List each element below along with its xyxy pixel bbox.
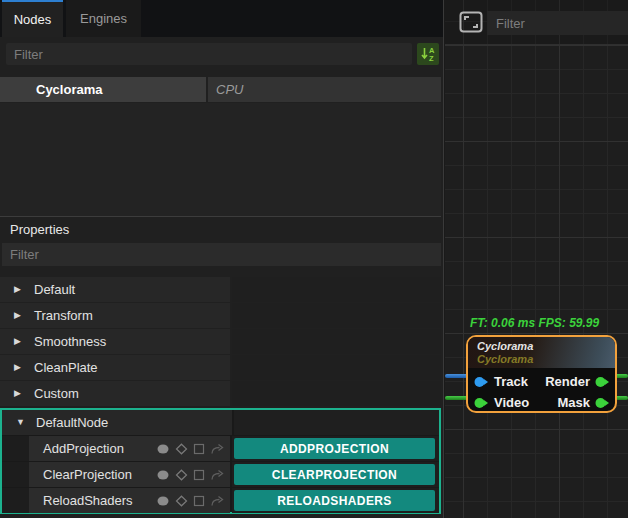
output-port-render[interactable]: Render [545,374,610,389]
collapsed-triangle-icon[interactable]: ▶ [14,363,26,372]
nodes-filter-input[interactable] [6,43,412,65]
input-port-track[interactable]: Track [474,374,528,389]
group-row-default[interactable]: ▶ Default [0,277,441,302]
clearprojection-button[interactable]: CLEARPROJECTION [234,464,435,485]
diamond-toggle-icon[interactable] [175,443,188,455]
property-state-icons [156,495,224,507]
diamond-toggle-icon[interactable] [175,469,188,481]
group-row-smoothness[interactable]: ▶ Smoothness [0,329,441,354]
port-label: Mask [557,395,590,410]
expanded-triangle-icon[interactable]: ▼ [16,418,28,427]
property-value-cell: ADDPROJECTION [232,436,439,461]
redirect-arrow-icon[interactable] [210,443,224,455]
group-row-left: ▶ CleanPlate [0,355,230,380]
node-engine-cell: CPU [216,82,243,97]
port-row: Track Render [474,371,610,392]
property-row-clearprojection: ClearProjection CLEARPROJECTION [2,462,439,487]
tab-engines-label: Engines [80,11,127,26]
defaultnode-highlighted-group: ▼ DefaultNode AddProjection ADDPROJE [0,408,441,514]
node-title: Cyclorama [477,340,615,353]
port-label: Track [494,374,528,389]
port-pin-icon [474,376,489,388]
group-label: Default [34,282,75,297]
node-list-row-engine[interactable]: CPU [208,77,441,102]
group-row-left: ▼ DefaultNode [2,410,232,435]
group-label: Smoothness [34,334,106,349]
indent-strip [2,436,29,461]
square-toggle-icon[interactable] [193,495,205,507]
property-value-cell: CLEARPROJECTION [232,462,439,487]
input-port-video[interactable]: Video [474,395,529,410]
square-toggle-icon[interactable] [193,443,205,455]
group-row-left: ▶ Transform [0,303,230,328]
performance-stats: FT: 0.06 ms FPS: 59.99 [470,316,599,330]
tab-nodes[interactable]: Nodes [2,0,63,37]
collapsed-triangle-icon[interactable]: ▶ [14,311,26,320]
node-ports: Track Render Video Mask [468,368,615,413]
property-label-cell: ReloadShaders [29,488,230,513]
fit-view-button[interactable] [459,11,483,33]
graph-filter-input[interactable] [487,11,628,35]
collapsed-triangle-icon[interactable]: ▶ [14,285,26,294]
group-row-cleanplate[interactable]: ▶ CleanPlate [0,355,441,380]
group-row-defaultnode[interactable]: ▼ DefaultNode [2,410,439,435]
group-label: Custom [34,386,79,401]
node-list-empty-area [0,103,441,217]
app-window: Nodes Engines A Z Cyclorama CPU Properti… [0,0,628,518]
group-row-left: ▶ Smoothness [0,329,230,354]
diamond-toggle-icon[interactable] [175,495,188,507]
reloadshaders-button[interactable]: RELOADSHADERS [234,490,435,511]
tab-bar: Nodes Engines [0,0,443,37]
redirect-arrow-icon[interactable] [210,469,224,481]
redirect-arrow-icon[interactable] [210,495,224,507]
port-label: Render [545,374,590,389]
group-row-transform[interactable]: ▶ Transform [0,303,441,328]
wire-video-input[interactable] [445,396,468,400]
cyclorama-node[interactable]: Cyclorama Cyclorama Track Render [466,335,617,413]
properties-filter-input[interactable] [2,243,441,266]
group-row-custom[interactable]: ▶ Custom [0,381,441,406]
group-label: CleanPlate [34,360,98,375]
node-graph-canvas[interactable]: FT: 0.06 ms FPS: 59.99 Cyclorama Cyclora… [445,0,628,518]
collapsed-triangle-icon[interactable]: ▶ [14,337,26,346]
port-pin-icon [474,397,489,409]
property-row-addprojection: AddProjection ADDPROJECTION [2,436,439,461]
group-row-value-area [234,410,439,435]
wire-track-input[interactable] [445,374,468,378]
property-row-reloadshaders: ReloadShaders RELOADSHADERS [2,488,439,513]
svg-text:Z: Z [429,54,434,62]
group-row-value-area [232,277,441,302]
square-toggle-icon[interactable] [193,469,205,481]
node-list-row-name[interactable]: Cyclorama [0,77,206,102]
group-row-value-area [232,381,441,406]
group-row-value-area [232,355,441,380]
sort-az-descending-icon: A Z [420,46,436,62]
group-row-value-area [232,329,441,354]
property-state-icons [156,469,224,481]
properties-tree: ▶ Default ▶ Transform ▶ Smoothness ▶ [0,277,441,407]
indent-strip [2,462,29,487]
property-label: AddProjection [43,441,156,456]
output-port-mask[interactable]: Mask [557,395,610,410]
group-label: DefaultNode [36,415,108,430]
tab-nodes-label: Nodes [14,12,52,27]
ellipse-toggle-icon[interactable] [156,495,170,507]
group-label: Transform [34,308,93,323]
sort-button[interactable]: A Z [417,43,439,65]
properties-title: Properties [10,222,69,237]
port-row: Video Mask [474,392,610,413]
property-state-icons [156,443,224,455]
group-row-left: ▶ Custom [0,381,230,406]
collapsed-triangle-icon[interactable]: ▶ [14,389,26,398]
tab-engines[interactable]: Engines [66,0,141,37]
property-value-cell: RELOADSHADERS [232,488,439,513]
fit-view-icon [459,11,483,33]
group-row-left: ▶ Default [0,277,230,302]
addprojection-button[interactable]: ADDPROJECTION [234,438,435,459]
ellipse-toggle-icon[interactable] [156,443,170,455]
ellipse-toggle-icon[interactable] [156,469,170,481]
node-header[interactable]: Cyclorama Cyclorama [468,337,615,368]
property-label: ReloadShaders [43,493,156,508]
node-name-cell: Cyclorama [36,82,102,97]
indent-strip [2,488,29,513]
